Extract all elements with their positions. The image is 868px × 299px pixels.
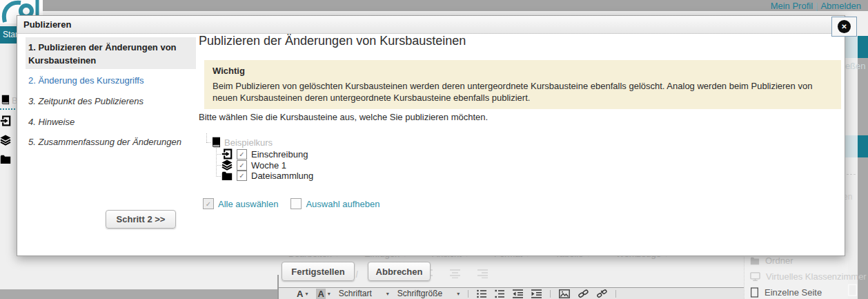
menu-item-ordner: Ordner xyxy=(750,255,793,266)
checkbox-einschreibung[interactable]: ✓ xyxy=(237,149,247,160)
folder-icon xyxy=(221,171,233,181)
wizard-step-4: 4. Hinweise xyxy=(28,117,75,127)
tree-connector xyxy=(216,154,221,155)
book-icon xyxy=(0,95,10,105)
toolbar-separator xyxy=(615,290,616,298)
tree-label: Dateisammlung xyxy=(251,171,313,181)
dialog-title: Publizieren xyxy=(17,16,845,34)
chevron-down-icon: ▾ xyxy=(305,291,308,297)
content-heading: Publizieren der Änderungen von Kursbaust… xyxy=(199,34,466,48)
align-right-icon xyxy=(477,269,488,278)
checkbox-woche-1[interactable]: ✓ xyxy=(237,160,247,171)
instruction-text: Bitte wählen Sie die Kursbausteine aus, … xyxy=(199,112,488,122)
bg-right-tab-teal-2 xyxy=(858,135,868,157)
align-center-icon xyxy=(450,269,460,278)
important-notice: Wichtig Beim Publizieren von gelöschten … xyxy=(204,60,841,109)
tree-label: Woche 1 xyxy=(251,160,286,171)
page-icon xyxy=(750,287,759,298)
link-divider: | xyxy=(813,1,820,11)
wizard-step-5: 5. Zusammenfassung der Änderungen xyxy=(28,137,181,147)
bg-right-tab-light xyxy=(843,36,858,58)
top-bar xyxy=(0,0,868,11)
menu-item-virtuelles-klassenzimmer: Virtuelles Klassenzimmer xyxy=(750,271,867,282)
finish-button[interactable]: Fertigstellen xyxy=(282,262,355,281)
bottom-gray-strip xyxy=(0,289,277,299)
tree-connector xyxy=(206,133,207,142)
monitor-icon xyxy=(750,271,760,282)
notice-body: Beim Publizieren von gelöschten Kursbaus… xyxy=(213,80,833,104)
close-icon: ✕ xyxy=(838,20,851,33)
link-icon[interactable] xyxy=(578,289,589,298)
bullet-list-icon[interactable] xyxy=(477,289,486,298)
deselect-checkbox-icon xyxy=(290,198,302,209)
dialog-close-button[interactable]: ✕ xyxy=(831,17,857,37)
next-step-button[interactable]: Schritt 2 >> xyxy=(106,210,176,229)
screen: Mein Profil|Abmelden Starts B ießen en B… xyxy=(0,0,868,299)
tree-label: Einschreibung xyxy=(251,149,308,160)
notice-title: Wichtig xyxy=(213,66,833,76)
bg-right-tab-light-2 xyxy=(843,135,858,157)
layers-icon xyxy=(221,160,233,171)
tree-row-einschreibung: ✓ Einschreibung xyxy=(221,148,308,160)
font-highlight-button[interactable]: A▾ xyxy=(316,289,330,299)
cancel-button[interactable]: Abbrechen xyxy=(368,262,431,281)
book-icon xyxy=(210,137,221,148)
chevron-down-icon: ▾ xyxy=(386,291,389,297)
menu-item-einzelne-seite[interactable]: Einzelne Seite xyxy=(750,287,822,298)
bg-right-tab-teal xyxy=(858,36,868,58)
numbered-list-icon[interactable] xyxy=(495,289,504,298)
chevron-down-icon: ▾ xyxy=(457,291,460,297)
checkbox-dateisammlung[interactable]: ✓ xyxy=(237,171,247,181)
tree-root-label: Beispielkurs xyxy=(224,137,273,148)
tree-row-woche-1: ✓ Woche 1 xyxy=(221,160,286,171)
bg-clipped-text-top: ießen xyxy=(843,61,866,71)
logout-link[interactable]: Abmelden xyxy=(820,1,861,11)
chevron-down-icon: ▾ xyxy=(328,291,331,297)
layers-icon xyxy=(0,135,11,146)
tree-connector xyxy=(216,147,217,177)
outdent-icon[interactable] xyxy=(513,289,523,298)
unlink-icon[interactable] xyxy=(597,289,607,298)
tree-row-dateisammlung: ✓ Dateisammlung xyxy=(221,171,313,181)
select-all-checkbox-icon: ✓ xyxy=(203,198,214,209)
indent-icon[interactable] xyxy=(531,289,542,298)
toolbar-separator xyxy=(550,290,551,298)
tree-connector xyxy=(216,176,221,177)
italic-button-dimmed: I xyxy=(355,269,358,280)
bg-right-gray-band xyxy=(858,58,868,299)
folder-icon xyxy=(0,155,11,164)
font-size-dropdown[interactable]: Schriftgröße▾ xyxy=(397,289,460,298)
select-all-link[interactable]: Alle auswählen xyxy=(218,199,278,209)
editor-toolbar: A▾ A▾ Schriftart▾ Schriftgröße▾ xyxy=(279,287,744,299)
profile-link[interactable]: Mein Profil xyxy=(771,1,813,11)
folder-icon xyxy=(750,257,760,265)
wizard-step-2-link[interactable]: 2. Änderung des Kurszugriffs xyxy=(28,75,144,86)
insert-image-icon[interactable] xyxy=(559,289,570,298)
course-element-menu: Ordner Virtuelles Klassenzimmer Einzelne… xyxy=(744,253,848,299)
selection-links: ✓ Alle auswählen Auswahl aufheben xyxy=(203,198,379,209)
toolbar-separator xyxy=(468,290,468,298)
page-icon xyxy=(847,284,858,296)
enrollment-icon xyxy=(0,115,11,126)
session-links: Mein Profil|Abmelden xyxy=(771,1,861,11)
enrollment-icon xyxy=(221,148,233,160)
font-family-dropdown[interactable]: Schriftart▾ xyxy=(339,289,389,298)
wizard-step-3: 3. Zeitpunkt des Publizierens xyxy=(28,96,144,106)
deselect-all-link[interactable]: Auswahl aufheben xyxy=(306,199,379,209)
wizard-step-1-current: 1. Publizieren der Änderungen von Kursba… xyxy=(26,37,196,69)
publish-dialog: Publizieren 1. Publizieren der Änderunge… xyxy=(17,15,845,256)
tree-connector xyxy=(216,165,221,166)
font-color-button[interactable]: A▾ xyxy=(297,289,308,299)
